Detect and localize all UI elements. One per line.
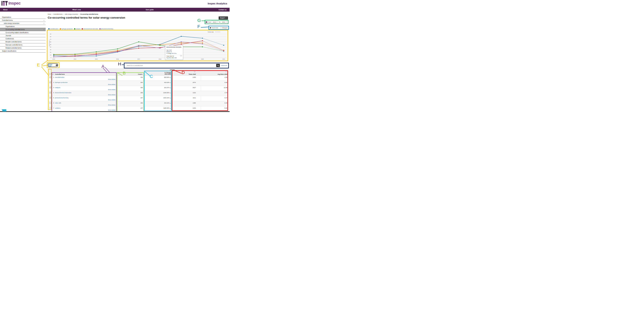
breadcrumb-home[interactable]: Home bbox=[48, 14, 51, 15]
show-articles-link[interactable]: Show articles bbox=[108, 99, 116, 100]
show-articles-link[interactable]: Show articles bbox=[108, 84, 116, 85]
col-header-term[interactable]: Controlled term bbox=[55, 74, 65, 75]
nav-item-about[interactable]: About bbox=[3, 9, 8, 10]
app-header: Inspec Inspec Analytics bbox=[0, 0, 230, 8]
change-value: 825.00%▲ bbox=[164, 76, 171, 78]
term-link[interactable]: hydrogen production bbox=[55, 82, 68, 83]
bottom-bar bbox=[0, 111, 230, 112]
change-value: 444.44%▲ bbox=[164, 102, 171, 104]
times-cited-value: 1453 bbox=[193, 76, 196, 78]
logo-word: Inspec bbox=[8, 1, 21, 6]
advanced-search-link[interactable]: Advanced bbox=[221, 64, 227, 66]
svg-text:80: 80 bbox=[50, 36, 51, 37]
export-button[interactable]: Export▼ bbox=[218, 16, 228, 20]
change-value: 241.67%▲ bbox=[164, 87, 171, 88]
iet-inspec-logo[interactable]: Inspec bbox=[2, 1, 21, 7]
change-value: 2100.00%▲ bbox=[163, 92, 171, 94]
count-value: 255 bbox=[140, 102, 143, 104]
row-checkbox[interactable]: ✓ bbox=[50, 92, 51, 94]
col-header-avg-cited[interactable]: Avg times cited bbox=[218, 74, 227, 75]
avg-cited-value: 4.35 bbox=[224, 76, 228, 78]
show-articles-link[interactable]: Show articles bbox=[108, 89, 116, 90]
to-year-select[interactable]: 2021▼ bbox=[221, 21, 228, 23]
breadcrumb-controlled-terms[interactable]: Controlled terms bbox=[53, 14, 62, 15]
term-link[interactable]: photoelectrochemistry bbox=[55, 97, 68, 98]
sidebar-item-journals[interactable]: Journals bbox=[0, 34, 46, 37]
term-link[interactable]: catalysis bbox=[55, 87, 60, 88]
from-label: From bbox=[208, 21, 211, 23]
legend-item-hydrogen-production[interactable]: hydrogen production bbox=[60, 28, 73, 30]
row-checkbox[interactable]: ✓ bbox=[50, 76, 51, 78]
nav-item-whats-new[interactable]: What's new bbox=[72, 9, 81, 10]
up-triangle-icon: ▲ bbox=[170, 98, 171, 98]
legend-label: catalysis bbox=[76, 28, 80, 30]
legend-label: hydrogen production bbox=[61, 28, 73, 30]
term-link[interactable]: oxidation bbox=[55, 107, 60, 109]
nav-item-user-guide[interactable]: User guide bbox=[146, 9, 154, 10]
row-checkbox[interactable]: ✓ bbox=[50, 82, 51, 83]
sidebar-item-solar-energy-conversion[interactable]: solar energy conversion› bbox=[0, 22, 46, 25]
svg-text:70: 70 bbox=[50, 39, 51, 40]
row-number: 6 bbox=[52, 102, 54, 104]
update-graph-button[interactable]: Update graph 5 bbox=[48, 63, 58, 67]
up-triangle-icon: ▲ bbox=[170, 108, 171, 109]
row-checkbox[interactable] bbox=[50, 107, 51, 109]
legend-item-nanofabrication[interactable]: nanofabrication bbox=[48, 28, 58, 30]
count-value: 300 bbox=[140, 87, 143, 88]
chat-widget-icon[interactable] bbox=[2, 109, 6, 112]
breadcrumb-solar-energy-conversion[interactable]: solar energy conversion bbox=[65, 14, 78, 15]
sidebar-item-related-controlled-terms[interactable]: Related controlled terms bbox=[0, 46, 46, 50]
select-all-checkbox[interactable]: - bbox=[50, 73, 51, 75]
sidebar-item-co-occurring-subject-classifications[interactable]: Co-occurring subject classifications bbox=[0, 31, 46, 34]
sidebar-item-organisations[interactable]: Organisations bbox=[0, 16, 46, 19]
from-year-select[interactable]: 2013▼ bbox=[212, 21, 218, 23]
sidebar-item-organisations[interactable]: Organisations bbox=[0, 25, 46, 28]
sidebar-item-broader-controlled-terms[interactable]: Broader controlled terms bbox=[0, 40, 46, 43]
sidebar-item-narrower-controlled-terms[interactable]: Narrower controlled terms bbox=[0, 43, 46, 46]
show-articles-link[interactable]: Show articles bbox=[108, 79, 116, 80]
row-checkbox[interactable]: ✓ bbox=[50, 97, 51, 98]
radio-unselected-icon bbox=[220, 27, 222, 28]
sidebar-item-subject-classifications[interactable]: Subject classifications bbox=[0, 50, 46, 52]
results-table: Articles - # Controlled term Count▼ % Ch… bbox=[48, 68, 228, 112]
nav-item-contact-us[interactable]: Contact us bbox=[218, 9, 226, 10]
table-row: ✓5photoelectrochemistryShow articles2571… bbox=[48, 96, 228, 101]
up-triangle-icon: ▲ bbox=[176, 53, 177, 54]
times-cited-value: 1386 bbox=[193, 102, 196, 104]
term-link[interactable]: nanofabrication bbox=[55, 76, 64, 78]
sidebar-item-controlled-terms[interactable]: Controlled terms› bbox=[0, 19, 46, 22]
col-header-change[interactable]: % Change2013-2020 bbox=[164, 72, 171, 75]
col-header-times-cited[interactable]: Times cited bbox=[188, 74, 196, 75]
legend-item-photoelectrochemistry[interactable]: photoelectrochemistry bbox=[100, 28, 113, 30]
row-checkbox[interactable] bbox=[50, 102, 51, 104]
avg-cited-value: 6.82 bbox=[224, 82, 228, 83]
search-button[interactable] bbox=[216, 64, 220, 67]
date-range-picker: From 2013▼ To 2021▼ bbox=[205, 20, 228, 24]
row-checkbox[interactable]: ✓ bbox=[50, 87, 51, 88]
show-articles-link[interactable]: Show articles bbox=[108, 104, 116, 106]
term-link[interactable]: electrochemical electrodes bbox=[55, 92, 71, 94]
avg-cited-value: 4.74 bbox=[224, 92, 228, 94]
term-link[interactable]: solar cells bbox=[55, 102, 61, 104]
caret-down-icon: ▼ bbox=[225, 18, 226, 19]
svg-text:2021: 2021 bbox=[222, 58, 225, 60]
count-value: 258 bbox=[140, 92, 143, 94]
toggle-option-histogram[interactable]: Histogram bbox=[220, 27, 228, 28]
sort-desc-icon: ▼ bbox=[142, 74, 143, 75]
sidebar-item-co-occurring-controlled-terms[interactable]: Co-occurring controlled terms› bbox=[0, 28, 46, 31]
svg-text:0: 0 bbox=[51, 57, 52, 58]
tooltip-year: Year: 2019 bbox=[166, 50, 182, 51]
legend-item-catalysis[interactable]: catalysis bbox=[74, 28, 80, 30]
search-input[interactable] bbox=[126, 64, 216, 67]
chevron-down-icon: ▼ bbox=[226, 22, 227, 22]
show-articles-link[interactable]: Show articles bbox=[108, 94, 116, 96]
table-header: Articles - # Controlled term Count▼ % Ch… bbox=[48, 69, 228, 76]
sidebar-item-conferences[interactable]: Conferences bbox=[0, 37, 46, 40]
trend-chart[interactable]: 0102030405060708090( Articles )201320142… bbox=[47, 30, 228, 61]
breadcrumb: Home > Controlled terms > solar energy c… bbox=[48, 14, 98, 15]
show-articles-link[interactable]: Show articles bbox=[108, 110, 116, 111]
legend-item-electrochemical-electrodes[interactable]: electrochemical electrodes bbox=[82, 28, 98, 30]
toggle-option-trend-chart[interactable]: Trend Chart bbox=[210, 27, 218, 28]
col-header-count[interactable]: Count▼ bbox=[138, 74, 143, 75]
svg-text:2020: 2020 bbox=[201, 58, 204, 60]
